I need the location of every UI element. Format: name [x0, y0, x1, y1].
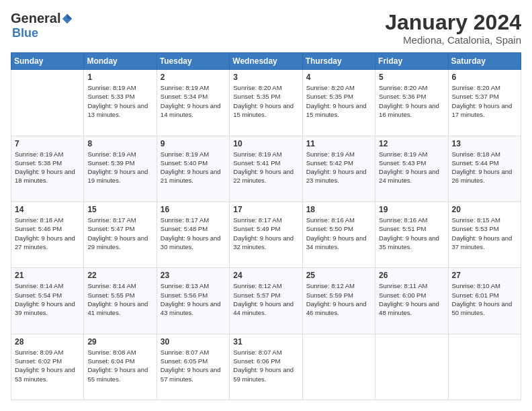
calendar-cell-w5-d6 — [375, 334, 448, 400]
day-number: 8 — [87, 139, 152, 148]
calendar-week-3: 14Sunrise: 8:18 AMSunset: 5:46 PMDayligh… — [11, 201, 521, 267]
day-info: Sunrise: 8:07 AMSunset: 6:05 PMDaylight:… — [161, 348, 226, 383]
day-info: Sunrise: 8:19 AMSunset: 5:34 PMDaylight:… — [161, 83, 226, 119]
col-friday: Friday — [375, 53, 448, 70]
calendar-cell-w4-d3: 23Sunrise: 8:13 AMSunset: 5:56 PMDayligh… — [157, 268, 229, 334]
title-block: January 2024 Mediona, Catalonia, Spain — [385, 11, 521, 46]
calendar-week-4: 21Sunrise: 8:14 AMSunset: 5:54 PMDayligh… — [11, 268, 521, 334]
header: General Blue January 2024 Mediona, Catal… — [11, 11, 521, 46]
day-number: 21 — [15, 271, 80, 280]
calendar-cell-w3-d5: 18Sunrise: 8:16 AMSunset: 5:50 PMDayligh… — [302, 201, 375, 267]
day-info: Sunrise: 8:17 AMSunset: 5:48 PMDaylight:… — [161, 216, 226, 251]
calendar-week-1: 1Sunrise: 8:19 AMSunset: 5:33 PMDaylight… — [11, 70, 521, 136]
calendar-cell-w3-d4: 17Sunrise: 8:17 AMSunset: 5:49 PMDayligh… — [230, 201, 302, 267]
day-number: 22 — [87, 271, 152, 280]
day-info: Sunrise: 8:19 AMSunset: 5:33 PMDaylight:… — [87, 83, 152, 119]
day-number: 25 — [306, 271, 371, 280]
calendar-cell-w1-d6: 5Sunrise: 8:20 AMSunset: 5:36 PMDaylight… — [375, 70, 448, 136]
calendar-week-5: 28Sunrise: 8:09 AMSunset: 6:02 PMDayligh… — [11, 334, 521, 400]
day-info: Sunrise: 8:08 AMSunset: 6:04 PMDaylight:… — [87, 348, 152, 383]
day-number: 5 — [379, 73, 444, 82]
calendar-cell-w3-d1: 14Sunrise: 8:18 AMSunset: 5:46 PMDayligh… — [11, 201, 84, 267]
day-number: 1 — [87, 73, 152, 82]
calendar-cell-w1-d5: 4Sunrise: 8:20 AMSunset: 5:35 PMDaylight… — [302, 70, 375, 136]
day-info: Sunrise: 8:16 AMSunset: 5:50 PMDaylight:… — [306, 216, 371, 251]
day-number: 6 — [452, 73, 517, 82]
calendar-cell-w5-d2: 29Sunrise: 8:08 AMSunset: 6:04 PMDayligh… — [84, 334, 157, 400]
calendar-week-2: 7Sunrise: 8:19 AMSunset: 5:38 PMDaylight… — [11, 136, 521, 201]
col-wednesday: Wednesday — [230, 53, 302, 70]
calendar-cell-w1-d2: 1Sunrise: 8:19 AMSunset: 5:33 PMDaylight… — [84, 70, 157, 136]
calendar-cell-w3-d2: 15Sunrise: 8:17 AMSunset: 5:47 PMDayligh… — [84, 201, 157, 267]
logo-text: General — [11, 11, 73, 26]
calendar-cell-w5-d1: 28Sunrise: 8:09 AMSunset: 6:02 PMDayligh… — [11, 334, 84, 400]
col-sunday: Sunday — [11, 53, 84, 70]
day-info: Sunrise: 8:14 AMSunset: 5:54 PMDaylight:… — [15, 281, 80, 317]
day-info: Sunrise: 8:19 AMSunset: 5:38 PMDaylight:… — [15, 150, 80, 185]
day-info: Sunrise: 8:09 AMSunset: 6:02 PMDaylight:… — [15, 348, 80, 383]
day-number: 31 — [233, 337, 298, 347]
calendar-cell-w3-d7: 20Sunrise: 8:15 AMSunset: 5:53 PMDayligh… — [448, 201, 521, 267]
calendar-cell-w4-d6: 26Sunrise: 8:11 AMSunset: 6:00 PMDayligh… — [375, 268, 448, 334]
day-number: 10 — [233, 139, 298, 148]
day-number: 4 — [306, 73, 371, 82]
day-number: 11 — [306, 139, 371, 148]
calendar-cell-w4-d5: 25Sunrise: 8:12 AMSunset: 5:59 PMDayligh… — [302, 268, 375, 334]
day-info: Sunrise: 8:15 AMSunset: 5:53 PMDaylight:… — [452, 216, 517, 251]
calendar-cell-w4-d7: 27Sunrise: 8:10 AMSunset: 6:01 PMDayligh… — [448, 268, 521, 334]
day-info: Sunrise: 8:18 AMSunset: 5:46 PMDaylight:… — [15, 216, 80, 251]
day-info: Sunrise: 8:07 AMSunset: 6:06 PMDaylight:… — [233, 348, 298, 383]
day-info: Sunrise: 8:17 AMSunset: 5:47 PMDaylight:… — [87, 216, 152, 251]
calendar-cell-w1-d3: 2Sunrise: 8:19 AMSunset: 5:34 PMDaylight… — [157, 70, 229, 136]
calendar-cell-w5-d3: 30Sunrise: 8:07 AMSunset: 6:05 PMDayligh… — [157, 334, 229, 400]
day-info: Sunrise: 8:14 AMSunset: 5:55 PMDaylight:… — [87, 281, 152, 317]
day-number: 24 — [233, 271, 298, 280]
calendar-cell-w5-d4: 31Sunrise: 8:07 AMSunset: 6:06 PMDayligh… — [230, 334, 302, 400]
day-number: 3 — [233, 73, 298, 82]
col-monday: Monday — [84, 53, 157, 70]
logo-general: General — [11, 11, 60, 26]
day-info: Sunrise: 8:19 AMSunset: 5:43 PMDaylight:… — [379, 150, 444, 185]
calendar-cell-w5-d7 — [448, 334, 521, 400]
calendar-cell-w2-d5: 11Sunrise: 8:19 AMSunset: 5:42 PMDayligh… — [302, 136, 375, 201]
day-info: Sunrise: 8:12 AMSunset: 5:57 PMDaylight:… — [233, 281, 298, 317]
logo: General Blue — [11, 11, 73, 40]
day-info: Sunrise: 8:19 AMSunset: 5:41 PMDaylight:… — [233, 150, 298, 185]
day-number: 29 — [87, 337, 152, 347]
col-saturday: Saturday — [448, 53, 521, 70]
day-number: 7 — [15, 139, 80, 148]
calendar-cell-w3-d3: 16Sunrise: 8:17 AMSunset: 5:48 PMDayligh… — [157, 201, 229, 267]
calendar-cell-w3-d6: 19Sunrise: 8:16 AMSunset: 5:51 PMDayligh… — [375, 201, 448, 267]
day-info: Sunrise: 8:19 AMSunset: 5:42 PMDaylight:… — [306, 150, 371, 185]
calendar-cell-w5-d5 — [302, 334, 375, 400]
calendar-cell-w4-d4: 24Sunrise: 8:12 AMSunset: 5:57 PMDayligh… — [230, 268, 302, 334]
month-title: January 2024 — [385, 11, 521, 34]
calendar-cell-w2-d6: 12Sunrise: 8:19 AMSunset: 5:43 PMDayligh… — [375, 136, 448, 201]
page: General Blue January 2024 Mediona, Catal… — [0, 0, 532, 411]
calendar-cell-w2-d7: 13Sunrise: 8:18 AMSunset: 5:44 PMDayligh… — [448, 136, 521, 201]
day-number: 13 — [452, 139, 517, 148]
col-thursday: Thursday — [302, 53, 375, 70]
day-number: 14 — [15, 205, 80, 214]
day-number: 17 — [233, 205, 298, 214]
svg-marker-1 — [67, 13, 72, 18]
logo-blue-text: Blue — [12, 26, 38, 40]
day-info: Sunrise: 8:20 AMSunset: 5:37 PMDaylight:… — [452, 83, 517, 119]
calendar-cell-w2-d2: 8Sunrise: 8:19 AMSunset: 5:39 PMDaylight… — [84, 136, 157, 201]
day-info: Sunrise: 8:17 AMSunset: 5:49 PMDaylight:… — [233, 216, 298, 251]
col-tuesday: Tuesday — [157, 53, 229, 70]
day-number: 30 — [161, 337, 226, 347]
calendar-cell-w2-d3: 9Sunrise: 8:19 AMSunset: 5:40 PMDaylight… — [157, 136, 229, 201]
day-info: Sunrise: 8:20 AMSunset: 5:35 PMDaylight:… — [233, 83, 298, 119]
day-info: Sunrise: 8:20 AMSunset: 5:36 PMDaylight:… — [379, 83, 444, 119]
calendar-cell-w2-d4: 10Sunrise: 8:19 AMSunset: 5:41 PMDayligh… — [230, 136, 302, 201]
day-info: Sunrise: 8:13 AMSunset: 5:56 PMDaylight:… — [161, 281, 226, 317]
calendar-cell-w2-d1: 7Sunrise: 8:19 AMSunset: 5:38 PMDaylight… — [11, 136, 84, 201]
location-title: Mediona, Catalonia, Spain — [385, 34, 521, 46]
calendar-cell-w4-d2: 22Sunrise: 8:14 AMSunset: 5:55 PMDayligh… — [84, 268, 157, 334]
day-info: Sunrise: 8:19 AMSunset: 5:40 PMDaylight:… — [161, 150, 226, 185]
day-number: 12 — [379, 139, 444, 148]
day-number: 15 — [87, 205, 152, 214]
calendar-cell-w1-d1 — [11, 70, 84, 136]
logo-icon — [61, 13, 73, 25]
